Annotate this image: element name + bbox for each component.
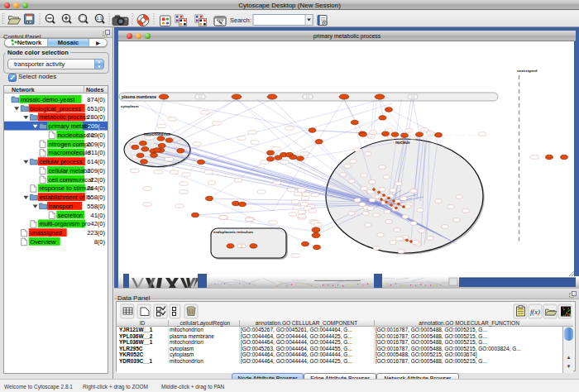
svg-text:558(0): 558(0) [87,194,105,201]
svg-text:Search:: Search: [230,17,251,24]
svg-text:mosaic-demo-yeast: mosaic-demo-yeast [21,96,75,103]
svg-text:secretion: secretion [58,212,83,219]
svg-text:nitrogen compo: nitrogen compo [49,141,92,148]
svg-text:41(0): 41(0) [90,212,105,219]
svg-text:651(0): 651(0) [87,105,105,112]
svg-text:209(0): 209(0) [87,167,105,174]
svg-text:transport: transport [49,203,74,210]
svg-text:614(0): 614(0) [87,158,105,165]
svg-text:biological_process: biological_process [30,105,81,112]
svg-text:cellular process: cellular process [39,158,82,165]
svg-text:22(0): 22(0) [90,176,105,184]
svg-text:primary metabo: primary metabo [49,122,92,130]
svg-text:558(0): 558(0) [87,203,105,210]
svg-text:macromolecule: macromolecule [49,149,91,156]
svg-text:Overview: Overview [30,238,56,246]
svg-text:223(0): 223(0) [87,229,105,237]
svg-text:209(0): 209(0) [87,131,105,139]
svg-text:cellular metabo: cellular metabo [49,167,91,174]
svg-text:f(x): f(x) [530,308,540,316]
svg-text:209(...: 209(... [88,122,105,130]
svg-text:response to stimulu: response to stimulu [39,184,93,192]
svg-text:280(0): 280(0) [87,113,105,121]
svg-text:8(0): 8(0) [94,238,106,246]
svg-text:cell communicat: cell communicat [49,176,94,184]
svg-text:unassigned: unassigned [30,229,61,237]
svg-text:264(0): 264(0) [87,184,105,192]
svg-text:311(0): 311(0) [88,149,106,156]
svg-text:metabolic process: metabolic process [39,113,89,121]
svg-text:1:1: 1:1 [97,16,103,21]
svg-text:multi-organism pro: multi-organism pro [39,220,90,227]
svg-text:209(0): 209(0) [87,141,105,148]
svg-text:42(0): 42(0) [90,220,105,227]
svg-text:establishment of lo: establishment of lo [39,194,91,201]
svg-text:874(0): 874(0) [87,96,105,103]
